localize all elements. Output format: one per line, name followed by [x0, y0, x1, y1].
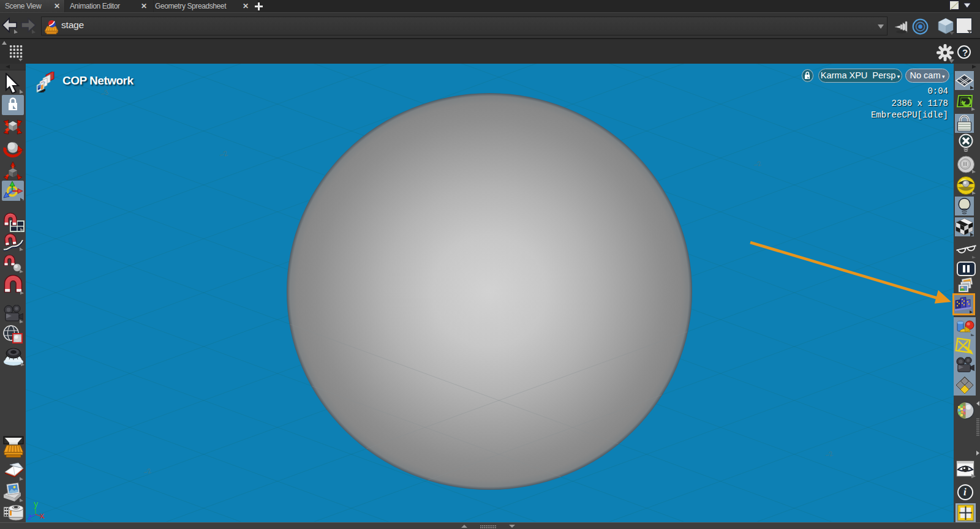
svg-text:z: z	[28, 512, 32, 522]
svg-text:y: y	[34, 499, 38, 509]
svg-text:x: x	[40, 511, 44, 520]
